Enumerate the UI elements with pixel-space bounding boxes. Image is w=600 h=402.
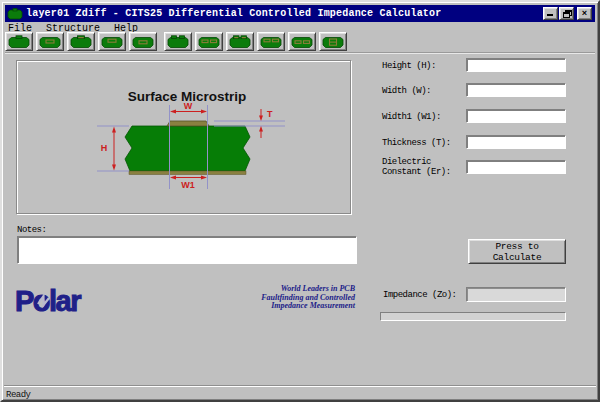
- statusbar-text: Ready: [6, 390, 31, 400]
- diff-coated-microstrip-icon: [228, 35, 252, 49]
- window-title: layer01 Zdiff - CITS25 Differential Cont…: [26, 8, 441, 19]
- toolbar-button-diff-broadside-stripline[interactable]: [319, 32, 347, 51]
- calculate-button[interactable]: Press to Calculate: [468, 239, 566, 264]
- toolbar-button-diff-centered-stripline[interactable]: [288, 32, 316, 51]
- polar-logo-text: Polar: [15, 288, 81, 316]
- width1-input[interactable]: [467, 115, 565, 127]
- calculate-button-line2: Calculate: [493, 252, 542, 263]
- restore-button[interactable]: [559, 7, 574, 20]
- restore-icon: [563, 10, 572, 18]
- close-button[interactable]: ×: [577, 7, 592, 20]
- embedded-microstrip-icon: [38, 35, 62, 49]
- toolbar-button-diff-surface-microstrip[interactable]: [164, 32, 192, 51]
- offset-stripline-icon: [100, 35, 124, 49]
- toolbar-divider: [5, 52, 595, 54]
- thickness-input[interactable]: [467, 141, 565, 153]
- dielectric-field-frame: [466, 160, 566, 174]
- trace-shape: [167, 121, 209, 126]
- substrate-shape: [125, 126, 250, 171]
- surface-microstrip-icon: [7, 35, 31, 49]
- progress-bar: [380, 312, 566, 321]
- impedance-label: Impedance (Zo):: [383, 290, 457, 300]
- statusbar-divider: [4, 385, 596, 387]
- height-input[interactable]: [467, 64, 565, 76]
- toolbar-button-embedded-microstrip[interactable]: [36, 32, 64, 51]
- notes-input[interactable]: [18, 237, 356, 263]
- toolbar-button-surface-microstrip[interactable]: [5, 32, 33, 51]
- toolbar-button-coated-microstrip[interactable]: [67, 32, 95, 51]
- width-input[interactable]: [467, 89, 565, 101]
- diff-surface-microstrip-icon: [166, 35, 190, 49]
- coated-microstrip-icon: [69, 35, 93, 49]
- calculate-button-line1: Press to: [495, 241, 538, 252]
- diff-offset-stripline-icon: [259, 35, 283, 49]
- minimize-button[interactable]: [543, 7, 558, 20]
- app-icon: [7, 8, 23, 21]
- dim-label-t: T: [267, 109, 273, 119]
- impedance-output: [466, 287, 566, 302]
- diff-centered-stripline-icon: [290, 35, 314, 49]
- thickness-label: Thickness (T):: [382, 138, 466, 148]
- microstrip-diagram: Surface Microstrip: [17, 61, 350, 213]
- brand-tagline: World Leaders in PCB Faultfinding and Co…: [182, 285, 355, 311]
- width-label: Width (W):: [382, 86, 466, 96]
- diff-broadside-stripline-icon: [321, 35, 345, 49]
- tagline-line3: Impedance Measurement: [182, 302, 355, 311]
- thickness-field-frame: [466, 135, 566, 149]
- notes-label: Notes:: [17, 225, 46, 235]
- toolbar-button-centered-stripline[interactable]: [129, 32, 157, 51]
- diff-embedded-microstrip-icon: [197, 35, 221, 49]
- centered-stripline-icon: [131, 35, 155, 49]
- toolbar-button-diff-coated-microstrip[interactable]: [226, 32, 254, 51]
- width1-label: Width1 (W1):: [382, 112, 466, 122]
- height-field-frame: [466, 58, 566, 72]
- height-label: Height (H):: [382, 61, 466, 71]
- toolbar-button-diff-embedded-microstrip[interactable]: [195, 32, 223, 51]
- dielectric-input[interactable]: [467, 166, 565, 178]
- structure-diagram-panel: Surface Microstrip: [16, 60, 351, 214]
- toolbar-button-diff-offset-stripline[interactable]: [257, 32, 285, 51]
- toolbar-button-offset-stripline[interactable]: [98, 32, 126, 51]
- notes-box-frame: [17, 236, 357, 264]
- dielectric-label: Dielectric Constant (Er):: [382, 157, 466, 177]
- polar-logo: Polar: [15, 288, 103, 316]
- ground-plane-shape: [129, 171, 246, 175]
- width1-field-frame: [466, 109, 566, 123]
- minimize-icon: [547, 14, 553, 16]
- dim-label-h: H: [101, 143, 108, 153]
- dim-label-w: W: [184, 101, 193, 111]
- width-field-frame: [466, 83, 566, 97]
- app-window: layer01 Zdiff - CITS25 Differential Cont…: [0, 0, 600, 402]
- dim-label-w1: W1: [181, 180, 195, 190]
- close-icon: ×: [582, 9, 587, 19]
- titlebar[interactable]: layer01 Zdiff - CITS25 Differential Cont…: [5, 5, 595, 22]
